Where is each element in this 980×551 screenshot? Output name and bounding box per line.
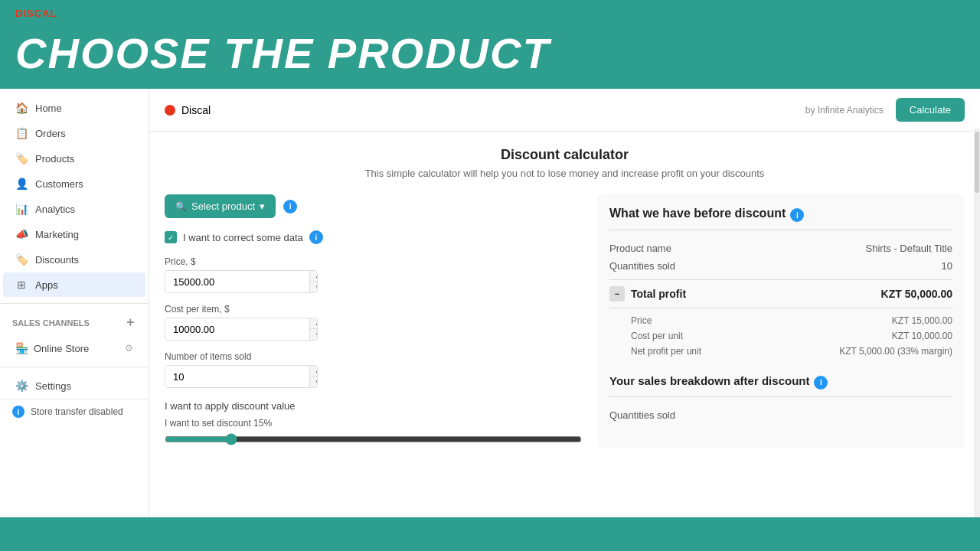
correct-data-info-icon[interactable]: i: [309, 230, 323, 244]
scrollbar-track[interactable]: [974, 129, 980, 517]
discounts-icon: 🏷️: [15, 253, 28, 266]
sidebar-item-label: Analytics: [35, 204, 75, 215]
sidebar-item-products[interactable]: 🏷️ Products: [3, 146, 145, 171]
after-discount-title: Your sales breakdown after discount: [609, 374, 809, 387]
info-icon: i: [12, 406, 24, 418]
select-product-info-icon[interactable]: i: [283, 200, 297, 214]
items-sold-label: Number of items sold: [165, 351, 582, 362]
net-profit-label: Net profit per unit: [631, 346, 701, 357]
calculator-header: Discount calculator This simple calculat…: [149, 132, 980, 187]
calculator-title: Discount calculator: [165, 147, 965, 163]
sidebar-item-online-store[interactable]: 🏪 Online Store ⚙: [3, 336, 145, 360]
sidebar-item-label: Marketing: [35, 229, 79, 240]
discount-section: I want to apply discount value I want to…: [165, 400, 582, 448]
add-sales-channel-button[interactable]: ＋: [124, 315, 136, 331]
cost-field-group: Cost per item, $ ▲ ▼: [165, 304, 582, 341]
net-profit-value: KZT 5,000.00 (33% margin): [839, 346, 952, 357]
calc-content: 🔍 Select product ▾ i ✓ I want to correct…: [149, 187, 980, 456]
price-sub-label: Price: [631, 315, 652, 326]
sidebar-divider-2: [0, 367, 149, 367]
select-product-row: 🔍 Select product ▾ i: [165, 194, 582, 218]
price-sub-value: KZT 15,000.00: [892, 315, 952, 326]
sales-channels-header: Sales channels ＋: [0, 310, 149, 335]
sidebar-item-apps[interactable]: ⊞ Apps: [3, 272, 145, 297]
cost-per-unit-row: Cost per unit KZT 10,000.00: [609, 328, 952, 344]
after-discount-header: Your sales breakdown after discount i: [609, 374, 952, 390]
before-discount-info-icon[interactable]: i: [790, 208, 804, 222]
discount-section-title: I want to apply discount value: [165, 400, 582, 412]
total-profit-label: Total profit: [631, 288, 686, 300]
price-field-group: Price, $ ▲ ▼: [165, 256, 582, 293]
app-name: Discal: [181, 104, 211, 116]
sidebar-item-label: Discounts: [35, 254, 79, 266]
product-name-label: Product name: [609, 243, 671, 254]
items-sold-increment-button[interactable]: ▲: [310, 366, 318, 377]
sidebar-item-analytics[interactable]: 📊 Analytics: [3, 197, 145, 221]
total-profit-row: − Total profit KZT 50,000.00: [609, 279, 952, 308]
price-sub-row: Price KZT 15,000.00: [609, 313, 952, 328]
price-increment-button[interactable]: ▲: [310, 271, 318, 282]
select-product-button[interactable]: 🔍 Select product ▾: [165, 194, 276, 218]
items-sold-input[interactable]: [165, 366, 309, 387]
product-name-value: Shirts - Default Title: [866, 243, 952, 254]
discount-slider[interactable]: [165, 433, 582, 445]
select-product-label: Select product: [191, 201, 255, 212]
correct-data-label: I want to correct some data: [183, 232, 303, 243]
cost-decrement-button[interactable]: ▼: [310, 329, 318, 340]
sidebar-item-label: Customers: [35, 178, 83, 190]
price-label: Price, $: [165, 256, 582, 267]
marketing-icon: 📣: [15, 228, 28, 240]
store-transfer-notice: i Store transfer disabled: [0, 399, 149, 424]
cost-input[interactable]: [165, 318, 309, 340]
online-store-icon: 🏪: [15, 342, 28, 354]
sidebar-item-home[interactable]: 🏠 Home: [3, 96, 145, 120]
after-discount-info-icon[interactable]: i: [814, 376, 828, 390]
sidebar-divider: [0, 303, 149, 304]
correct-data-checkbox[interactable]: ✓: [165, 231, 177, 243]
sidebar-item-orders[interactable]: 📋 Orders: [3, 121, 145, 145]
sidebar-item-label: Orders: [35, 128, 66, 139]
store-transfer-label: Store transfer disabled: [31, 406, 123, 417]
brand-logo: DISCAL: [15, 8, 965, 19]
sidebar-item-settings[interactable]: ⚙️ Settings: [3, 373, 145, 398]
cost-increment-button[interactable]: ▲: [310, 318, 318, 329]
sidebar-item-label: Home: [35, 103, 62, 114]
cost-per-unit-value: KZT 10,000.00: [892, 331, 952, 341]
right-panel: What we have before discount i Product n…: [597, 194, 965, 448]
items-sold-input-wrap: ▲ ▼: [165, 365, 318, 388]
customers-icon: 👤: [15, 178, 28, 190]
settings-label: Settings: [35, 380, 71, 392]
collapse-button[interactable]: −: [609, 286, 625, 302]
cost-label: Cost per item, $: [165, 304, 582, 315]
total-profit-left: − Total profit: [609, 286, 686, 302]
after-quantities-sold-row: Quantities sold: [609, 406, 952, 424]
sidebar-item-discounts[interactable]: 🏷️ Discounts: [3, 247, 145, 272]
online-store-label: Online Store: [34, 343, 89, 354]
correct-data-row: ✓ I want to correct some data i: [165, 230, 582, 244]
sidebar-item-label: Products: [35, 153, 74, 165]
scrollbar-thumb: [975, 132, 979, 193]
price-input[interactable]: [165, 271, 309, 292]
sidebar-item-marketing[interactable]: 📣 Marketing: [3, 222, 145, 246]
calculate-button[interactable]: Calculate: [896, 98, 965, 122]
sales-channels-label: Sales channels: [12, 318, 90, 328]
chevron-down-icon: ▾: [260, 201, 265, 212]
apps-icon: ⊞: [15, 279, 28, 291]
sidebar-item-customers[interactable]: 👤 Customers: [3, 171, 145, 196]
sidebar: 🏠 Home 📋 Orders 🏷️ Products 👤 Customers …: [0, 89, 149, 517]
home-icon: 🏠: [15, 102, 28, 114]
items-sold-decrement-button[interactable]: ▼: [310, 377, 318, 387]
search-icon: 🔍: [175, 201, 187, 212]
price-spinner: ▲ ▼: [309, 271, 318, 292]
orders-icon: 📋: [15, 127, 28, 139]
after-quantities-sold-label: Quantities sold: [609, 409, 675, 421]
price-decrement-button[interactable]: ▼: [310, 282, 318, 292]
by-text: by Infinite Analytics: [805, 105, 884, 116]
page-title: CHOOSE THE PRODUCT: [15, 22, 965, 89]
items-sold-spinner: ▲ ▼: [309, 366, 318, 387]
app-header: Discal by Infinite Analytics Calculate: [149, 89, 980, 132]
net-profit-row: Net profit per unit KZT 5,000.00 (33% ma…: [609, 344, 952, 359]
after-discount-section: Your sales breakdown after discount i Qu…: [609, 374, 952, 424]
online-store-settings-icon[interactable]: ⚙: [125, 343, 133, 354]
app-content: Discal by Infinite Analytics Calculate D…: [149, 89, 980, 517]
